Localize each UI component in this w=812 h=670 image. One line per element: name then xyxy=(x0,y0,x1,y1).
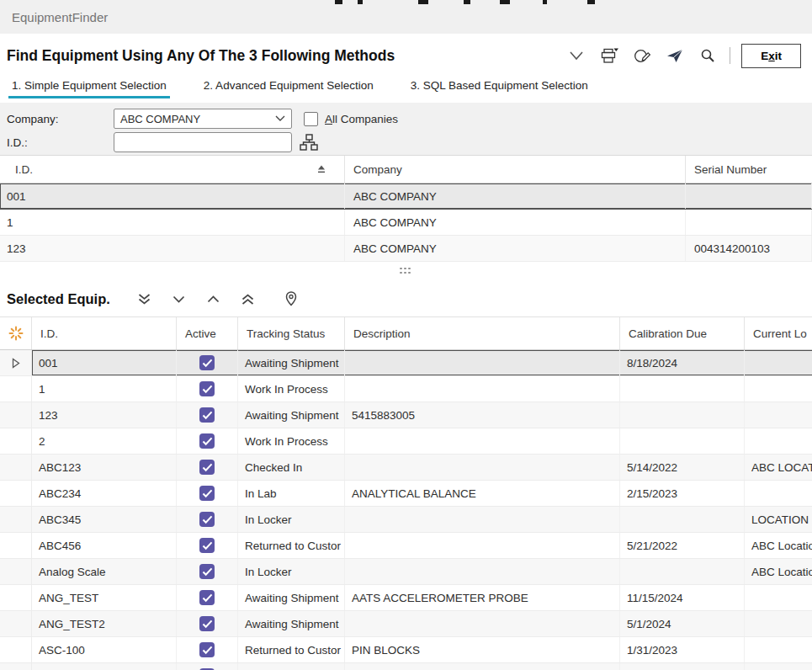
equip-grid-row[interactable]: 2Work In Process xyxy=(0,428,812,455)
double-chevron-down-icon[interactable] xyxy=(134,288,156,310)
column-header-company[interactable]: Company xyxy=(345,156,686,183)
grid-corner-cell[interactable] xyxy=(0,317,32,349)
equip-row-main: 2Work In Process xyxy=(32,428,812,455)
column-header-id[interactable]: I.D. xyxy=(0,156,345,183)
column-header-tracking-status[interactable]: Tracking Status xyxy=(238,317,345,349)
active-checkbox[interactable] xyxy=(199,642,215,657)
equip-cell-current-location: ABC LOCAT xyxy=(745,455,812,480)
equip-grid-row[interactable]: Analog ScaleIn LockerABC Locatio xyxy=(0,559,812,585)
active-checkbox[interactable] xyxy=(199,381,215,396)
equip-cell-current-location xyxy=(745,350,812,375)
row-selector-cell[interactable] xyxy=(0,455,32,481)
active-checkbox[interactable] xyxy=(199,486,215,501)
equip-grid-row[interactable]: ABC123Checked In5/14/2022ABC LOCAT xyxy=(0,455,812,481)
active-checkbox[interactable] xyxy=(199,590,215,605)
column-header-id[interactable]: I.D. xyxy=(32,317,177,349)
tab-simple-equipment-selection[interactable]: 1. Simple Equipment Selection xyxy=(8,77,170,98)
printer-icon[interactable] xyxy=(598,45,620,66)
exit-button[interactable]: Exit xyxy=(741,44,801,68)
results-cell-serial-number xyxy=(686,210,812,235)
equip-row-main: ABC123Checked In5/14/2022ABC LOCAT xyxy=(32,455,812,481)
row-selector-cell[interactable] xyxy=(0,428,32,455)
current-row-arrow-icon xyxy=(10,358,21,369)
column-header-description[interactable]: Description xyxy=(345,317,620,349)
equip-cell-description xyxy=(345,428,620,454)
id-input[interactable] xyxy=(114,132,292,152)
tab-advanced-equipment-selection[interactable]: 2. Advanced Equipment Selection xyxy=(200,77,377,98)
active-checkbox[interactable] xyxy=(199,433,215,449)
equip-cell-current-location xyxy=(745,585,812,610)
active-checkbox[interactable] xyxy=(199,538,215,553)
results-cell-company: ABC COMPANY xyxy=(345,183,686,209)
equip-cell-current-location xyxy=(745,481,812,506)
equip-cell-tracking-status: Awaiting Shipment xyxy=(238,585,345,610)
results-grid-row[interactable]: 001ABC COMPANY xyxy=(0,183,812,210)
all-companies-checkbox[interactable] xyxy=(304,112,318,126)
send-icon[interactable] xyxy=(664,45,686,66)
row-selector-cell[interactable] xyxy=(0,507,32,533)
equip-grid-row[interactable]: 001Awaiting Shipment8/18/2024 xyxy=(0,350,812,376)
company-select[interactable]: ABC COMPANY xyxy=(114,109,292,129)
dropdown-chevron-icon[interactable] xyxy=(565,45,587,66)
active-checkbox[interactable] xyxy=(199,407,215,423)
row-selector-cell[interactable] xyxy=(0,559,32,585)
equip-grid-row[interactable] xyxy=(0,663,812,670)
equip-cell-tracking-status: Work In Process xyxy=(238,428,345,454)
org-chart-icon[interactable] xyxy=(300,134,318,151)
row-selector-cell[interactable] xyxy=(0,481,32,507)
window-titlebar: EquipmentFinder xyxy=(0,0,812,34)
row-selector-cell[interactable] xyxy=(0,585,32,611)
location-pin-icon[interactable] xyxy=(280,288,302,310)
filter-panel: Company: ABC COMPANY All Companies I.D.: xyxy=(0,103,812,155)
equip-cell-current-location xyxy=(745,376,812,401)
equip-grid-row[interactable]: ABC345In LockerLOCATION xyxy=(0,507,812,533)
search-icon[interactable] xyxy=(697,45,719,66)
equip-grid-row[interactable]: ABC234In LabANALYTICAL BALANCE2/15/2023 xyxy=(0,481,812,507)
chevron-down-icon[interactable] xyxy=(168,288,190,310)
equip-cell-tracking-status: Returned to Custor xyxy=(238,533,345,558)
equip-grid-row[interactable]: ASC-100Returned to CustorPIN BLOCKS1/31/… xyxy=(0,637,812,663)
active-checkbox[interactable] xyxy=(199,460,215,475)
equip-grid-row[interactable]: 1Work In Process xyxy=(0,376,812,402)
equip-cell-id: 2 xyxy=(32,428,177,454)
equip-cell-active xyxy=(177,585,238,610)
selected-equip-title: Selected Equip. xyxy=(7,291,110,307)
equip-grid-row[interactable]: ANG_TESTAwaiting ShipmentAATS ACCELEROME… xyxy=(0,585,812,611)
double-chevron-up-icon[interactable] xyxy=(237,288,259,310)
results-grid-row[interactable]: 123ABC COMPANY004314200103 xyxy=(0,236,812,262)
equip-cell-calibration-due: 2/15/2023 xyxy=(620,481,745,506)
equip-cell-active xyxy=(177,533,238,558)
row-selector-cell[interactable] xyxy=(0,663,32,670)
equip-grid-row[interactable]: ANG_TEST2Awaiting Shipment5/1/2024 xyxy=(0,611,812,637)
row-selector-cell[interactable] xyxy=(0,533,32,559)
screen-artifact xyxy=(500,0,510,4)
equip-grid-row[interactable]: ABC456Returned to Custor5/21/2022ABC Loc… xyxy=(0,533,812,559)
column-header-current-location[interactable]: Current Lo xyxy=(745,317,812,349)
screen-artifact xyxy=(358,0,363,4)
row-selector-cell[interactable] xyxy=(0,350,32,376)
equip-grid-header: I.D. Active Tracking Status Description … xyxy=(0,316,812,350)
row-selector-cell[interactable] xyxy=(0,376,32,402)
row-selector-cell[interactable] xyxy=(0,611,32,637)
chevron-down-icon xyxy=(275,115,285,122)
edit-circle-icon[interactable] xyxy=(631,45,653,66)
column-header-serial-number[interactable]: Serial Number xyxy=(686,156,812,183)
equip-cell-calibration-due xyxy=(620,663,745,670)
active-checkbox[interactable] xyxy=(199,564,215,579)
row-selector-cell[interactable] xyxy=(0,637,32,663)
splitter-handle[interactable] xyxy=(0,262,812,281)
results-grid-row[interactable]: 1ABC COMPANY xyxy=(0,210,812,236)
column-header-calibration-due[interactable]: Calibration Due xyxy=(620,317,745,349)
results-grid-header: I.D. Company Serial Number xyxy=(0,156,812,183)
active-checkbox[interactable] xyxy=(199,616,215,631)
column-header-active[interactable]: Active xyxy=(177,317,238,349)
tab-sql-based-equipment-selection[interactable]: 3. SQL Based Equipment Selection xyxy=(407,77,592,98)
screen-artifact xyxy=(418,0,428,4)
results-cell-company: ABC COMPANY xyxy=(345,236,686,261)
row-selector-cell[interactable] xyxy=(0,402,32,428)
active-checkbox[interactable] xyxy=(199,512,215,527)
equip-cell-current-location: ABC Locatio xyxy=(745,533,812,558)
equip-grid-row[interactable]: 123Awaiting Shipment5415883005 xyxy=(0,402,812,428)
chevron-up-icon[interactable] xyxy=(203,288,225,310)
active-checkbox[interactable] xyxy=(199,355,215,370)
